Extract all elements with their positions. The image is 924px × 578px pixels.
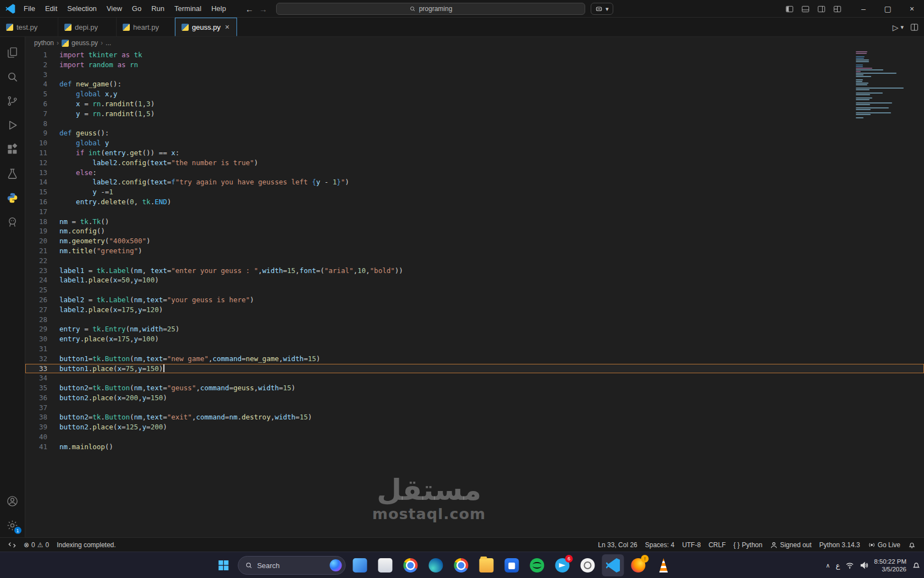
remote-indicator[interactable]: [4, 538, 20, 552]
taskbar-app-firefox[interactable]: !: [627, 554, 649, 576]
code-line-22[interactable]: 22: [25, 256, 924, 266]
wifi-icon[interactable]: [845, 561, 854, 570]
activity-python-icon[interactable]: [0, 186, 25, 210]
toggle-panel-icon[interactable]: [801, 5, 810, 13]
customize-layout-icon[interactable]: [833, 5, 842, 13]
activity-remote-toy-icon[interactable]: [0, 210, 25, 234]
volume-icon[interactable]: [860, 561, 868, 570]
problems-indicator[interactable]: ⊗ 0 ⚠ 0: [20, 538, 53, 552]
tab-geuss.py[interactable]: geuss.py×: [175, 18, 237, 36]
breadcrumb[interactable]: python›geuss.py›...: [25, 37, 924, 49]
taskbar-app-store[interactable]: [501, 554, 522, 576]
code-line-11[interactable]: 11 if int(entry.get()) == x:: [25, 148, 924, 158]
code-line-19[interactable]: 19nm.config(): [25, 226, 924, 236]
notification-center-icon[interactable]: [912, 561, 921, 570]
code-line-17[interactable]: 17: [25, 207, 924, 217]
activity-search-icon[interactable]: [0, 64, 25, 89]
activity-testing-icon[interactable]: [0, 161, 25, 186]
breadcrumb-item[interactable]: ...: [106, 39, 111, 47]
minimap[interactable]: [856, 51, 917, 119]
code-line-23[interactable]: 23label1 = tk.Label(nm, text="enter your…: [25, 266, 924, 276]
notifications-bell[interactable]: [904, 538, 920, 552]
taskbar-app-telegram[interactable]: 6: [551, 554, 573, 576]
eol-sequence[interactable]: CRLF: [705, 538, 729, 552]
code-line-16[interactable]: 16 entry.delete(0, tk.END): [25, 197, 924, 207]
python-interpreter[interactable]: Python 3.14.3: [816, 538, 864, 552]
menu-terminal[interactable]: Terminal: [169, 2, 206, 15]
code-line-1[interactable]: 1import tkinter as tk: [25, 50, 924, 60]
minimize-button[interactable]: –: [851, 0, 876, 18]
start-button[interactable]: [212, 554, 234, 576]
indentation[interactable]: Spaces: 4: [641, 538, 678, 552]
breadcrumb-item[interactable]: python: [34, 39, 54, 47]
code-line-31[interactable]: 31: [25, 344, 924, 354]
run-options-chevron-icon[interactable]: ▾: [900, 24, 904, 31]
taskbar-app-task-view[interactable]: [349, 554, 371, 576]
activity-explorer-icon[interactable]: [0, 40, 25, 64]
code-line-34[interactable]: 34: [25, 373, 924, 383]
account-status[interactable]: Signed out: [766, 538, 815, 552]
code-line-5[interactable]: 5 global x,y: [25, 89, 924, 99]
hidden-icons-chevron[interactable]: ∧: [826, 562, 830, 569]
code-line-9[interactable]: 9def geuss():: [25, 128, 924, 138]
code-line-13[interactable]: 13 else:: [25, 168, 924, 178]
go-live[interactable]: Go Live: [864, 538, 904, 552]
activity-extensions-icon[interactable]: [0, 137, 25, 161]
menu-help[interactable]: Help: [206, 2, 231, 15]
language-mode[interactable]: { } Python: [729, 538, 766, 552]
taskbar-app-spotify[interactable]: [526, 554, 548, 576]
menu-file[interactable]: File: [19, 2, 40, 15]
code-line-27[interactable]: 27label2.place(x=175,y=120): [25, 305, 924, 315]
maximize-button[interactable]: ▢: [876, 0, 900, 18]
toggle-secondary-sidebar-icon[interactable]: [817, 5, 826, 13]
code-line-7[interactable]: 7 y = rn.randint(1,5): [25, 109, 924, 119]
menu-selection[interactable]: Selection: [62, 2, 101, 15]
taskbar-app-vlc[interactable]: [652, 554, 674, 576]
code-line-6[interactable]: 6 x = rn.randint(1,3): [25, 99, 924, 109]
code-line-28[interactable]: 28: [25, 315, 924, 325]
taskbar-app-edge[interactable]: [425, 554, 447, 576]
taskbar-app-chrome-work[interactable]: [450, 554, 472, 576]
tab-test.py[interactable]: test.py: [0, 18, 58, 36]
code-line-3[interactable]: 3: [25, 70, 924, 80]
taskbar-search[interactable]: Search: [238, 556, 345, 575]
code-line-41[interactable]: 41nm.mainloop(): [25, 442, 924, 452]
close-button[interactable]: ×: [900, 0, 924, 18]
code-line-36[interactable]: 36button2.place(x=200,y=150): [25, 393, 924, 403]
code-line-38[interactable]: 38button2=tk.Button(nm,text="exit",comma…: [25, 412, 924, 422]
code-line-8[interactable]: 8: [25, 119, 924, 129]
code-line-24[interactable]: 24label1.place(x=50,y=100): [25, 275, 924, 285]
taskbar-app-chatgpt[interactable]: [576, 554, 598, 576]
taskbar-app-file-explorer[interactable]: [475, 554, 497, 576]
run-python-file-button[interactable]: ▷: [893, 23, 899, 32]
code-line-25[interactable]: 25: [25, 285, 924, 295]
code-line-12[interactable]: 12 label2.config(text="the number is tru…: [25, 158, 924, 168]
breadcrumb-item[interactable]: geuss.py: [72, 39, 98, 47]
code-line-35[interactable]: 35button2=tk.Button(nm,text="geuss",comm…: [25, 383, 924, 393]
code-line-32[interactable]: 32button1=tk.Button(nm,text="new game",c…: [25, 354, 924, 364]
code-line-40[interactable]: 40: [25, 432, 924, 442]
code-line-33[interactable]: 33button1.place(x=75,y=150): [25, 364, 924, 374]
menu-edit[interactable]: Edit: [40, 2, 62, 15]
taskbar-app-chrome[interactable]: [399, 554, 421, 576]
code-line-2[interactable]: 2import random as rn: [25, 60, 924, 70]
code-line-4[interactable]: 4def new_game():: [25, 79, 924, 89]
code-line-21[interactable]: 21nm.title("greeting"): [25, 246, 924, 256]
code-line-37[interactable]: 37: [25, 403, 924, 413]
taskbar-app-vscode[interactable]: [602, 554, 624, 576]
code-line-14[interactable]: 14 label2.config(text=f"try again you ha…: [25, 177, 924, 187]
encoding[interactable]: UTF-8: [678, 538, 705, 552]
activity-account-icon[interactable]: [0, 489, 25, 513]
code-line-39[interactable]: 39button2.place(x=125,y=200): [25, 422, 924, 432]
code-line-18[interactable]: 18nm = tk.Tk(): [25, 217, 924, 227]
menu-view[interactable]: View: [102, 2, 127, 15]
code-line-30[interactable]: 30entry.place(x=175,y=100): [25, 334, 924, 344]
activity-source-control-icon[interactable]: [0, 89, 25, 113]
code-line-15[interactable]: 15 y -=1: [25, 187, 924, 197]
cursor-position[interactable]: Ln 33, Col 26: [594, 538, 641, 552]
code-line-10[interactable]: 10 global y: [25, 138, 924, 148]
copilot-button[interactable]: ▾: [591, 3, 613, 15]
menu-run[interactable]: Run: [146, 2, 169, 15]
editor[interactable]: 1import tkinter as tk2import random as r…: [25, 49, 924, 537]
activity-run-and-debug-icon[interactable]: [0, 113, 25, 137]
